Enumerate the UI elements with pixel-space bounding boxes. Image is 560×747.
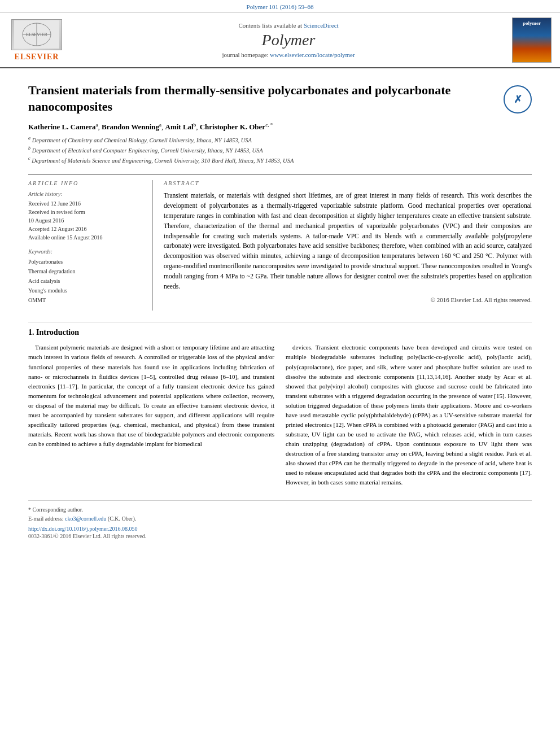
main-content: ✗ Transient materials from thermally-sen… bbox=[0, 68, 560, 548]
homepage-text: journal homepage: bbox=[222, 51, 268, 58]
author-3: Amit Lalb, bbox=[165, 123, 200, 131]
intro-left-col: Transient polymeric materials are design… bbox=[28, 343, 274, 492]
author-2-name: Brandon Wenning bbox=[102, 123, 159, 131]
crossmark-icon: ✗ bbox=[514, 93, 522, 106]
crossmark-badge: ✗ bbox=[504, 85, 532, 113]
author-2: Brandon Wenninga, bbox=[102, 123, 165, 131]
affil-3: c Department of Materials Science and En… bbox=[28, 155, 532, 165]
history-item-4: Available online 15 August 2016 bbox=[28, 233, 143, 242]
elsevier-logo-section: ELSEVIER ELSEVIER bbox=[6, 18, 68, 63]
article-info-abstract: ARTICLE INFO Article history: Received 1… bbox=[28, 174, 532, 311]
affil-3-text: Department of Materials Science and Engi… bbox=[32, 158, 294, 164]
history-item-0: Received 12 June 2016 bbox=[28, 199, 143, 208]
journal-header: ELSEVIER ELSEVIER Contents lists availab… bbox=[0, 13, 560, 68]
affil-3-sup: c bbox=[28, 156, 30, 161]
polymer-thumb-label: polymer bbox=[523, 20, 541, 26]
author-4-name: Christopher K. Ober bbox=[200, 123, 265, 131]
sciencedirect-link[interactable]: ScienceDirect bbox=[304, 22, 339, 29]
intro-right-para: devices. Transient electronic components… bbox=[286, 343, 532, 487]
journal-citation: Polymer 101 (2016) 59–66 bbox=[247, 3, 314, 10]
keyword-2: Acid catalysis bbox=[28, 276, 143, 286]
abstract-column: ABSTRACT Transient materials, or materia… bbox=[164, 180, 532, 311]
body-columns: Transient polymeric materials are design… bbox=[28, 343, 532, 492]
top-bar: Polymer 101 (2016) 59–66 bbox=[0, 0, 560, 13]
email-label: E-mail address: bbox=[28, 516, 63, 522]
article-history: Article history: Received 12 June 2016 R… bbox=[28, 191, 143, 242]
author-3-name: Amit Lal bbox=[165, 123, 194, 131]
history-title: Article history: bbox=[28, 191, 143, 197]
keywords-section: Keywords: Polycarbonates Thermal degrada… bbox=[28, 248, 143, 305]
elsevier-brand-text: ELSEVIER bbox=[15, 53, 59, 62]
homepage-line: journal homepage: www.elsevier.com/locat… bbox=[222, 51, 355, 58]
article-info-label: ARTICLE INFO bbox=[28, 180, 143, 186]
polymer-thumbnail: polymer bbox=[512, 18, 552, 63]
journal-title-section: Contents lists available at ScienceDirec… bbox=[73, 18, 504, 63]
elsevier-logo-image: ELSEVIER bbox=[11, 19, 62, 50]
intro-left-text: Transient polymeric materials are design… bbox=[28, 343, 274, 449]
journal-title-display: Polymer bbox=[262, 31, 316, 49]
author-1: Katherine L. Cameraa, bbox=[28, 123, 102, 131]
history-item-3: Accepted 12 August 2016 bbox=[28, 225, 143, 233]
affil-2-text: Department of Electrical and Computer En… bbox=[32, 147, 263, 153]
doi-line: http://dx.doi.org/10.1016/j.polymer.2016… bbox=[28, 526, 532, 532]
intro-section: 1. Introduction Transient polymeric mate… bbox=[28, 322, 532, 492]
affil-2-sup: b bbox=[28, 146, 30, 151]
affil-1-text: Department of Chemistry and Chemical Bio… bbox=[32, 137, 252, 143]
affiliations: a Department of Chemistry and Chemical B… bbox=[28, 135, 532, 166]
author-1-sup: a bbox=[96, 121, 98, 127]
contents-line: Contents lists available at ScienceDirec… bbox=[238, 22, 338, 29]
intro-right-text: devices. Transient electronic components… bbox=[286, 343, 532, 487]
svg-text:ELSEVIER: ELSEVIER bbox=[26, 32, 47, 37]
affil-1: a Department of Chemistry and Chemical B… bbox=[28, 135, 532, 145]
author-3-sup: b bbox=[194, 121, 196, 127]
paper-title-section: ✗ Transient materials from thermally-sen… bbox=[28, 82, 532, 115]
email-person: (C.K. Ober). bbox=[108, 516, 137, 522]
corresponding-author-note: * Corresponding author. bbox=[28, 505, 532, 514]
affil-1-sup: a bbox=[28, 136, 30, 141]
author-4: Christopher K. Oberc, * bbox=[200, 123, 273, 131]
contents-text: Contents lists available at bbox=[238, 22, 302, 29]
keyword-4: OMMT bbox=[28, 295, 143, 305]
copyright-text: © 2016 Elsevier Ltd. All rights reserved… bbox=[164, 296, 532, 303]
keyword-1: Thermal degradation bbox=[28, 267, 143, 276]
history-item-2: 10 August 2016 bbox=[28, 216, 143, 225]
keywords-title: Keywords: bbox=[28, 248, 143, 255]
footnote-section: * Corresponding author. E-mail address: … bbox=[28, 500, 532, 539]
history-item-1: Received in revised form bbox=[28, 208, 143, 216]
article-info-column: ARTICLE INFO Article history: Received 1… bbox=[28, 180, 152, 311]
journal-thumbnail-section: polymer bbox=[509, 18, 554, 63]
author-4-sup: c, * bbox=[265, 121, 273, 127]
email-line: E-mail address: cko3@cornell.edu (C.K. O… bbox=[28, 514, 532, 523]
intro-right-col: devices. Transient electronic components… bbox=[286, 343, 532, 492]
authors-line: Katherine L. Cameraa, Brandon Wenninga, … bbox=[28, 121, 532, 131]
intro-heading: 1. Introduction bbox=[28, 328, 532, 337]
doi-link[interactable]: http://dx.doi.org/10.1016/j.polymer.2016… bbox=[28, 526, 137, 532]
corresponding-text: * Corresponding author. bbox=[28, 506, 83, 513]
keyword-0: Polycarbonates bbox=[28, 257, 143, 267]
keyword-3: Young's modulus bbox=[28, 286, 143, 295]
author-1-name: Katherine L. Camera bbox=[28, 123, 96, 131]
paper-title: Transient materials from thermally-sensi… bbox=[28, 82, 532, 115]
intro-left-para: Transient polymeric materials are design… bbox=[28, 343, 274, 449]
abstract-label: ABSTRACT bbox=[164, 180, 532, 186]
homepage-link[interactable]: www.elsevier.com/locate/polymer bbox=[270, 51, 355, 58]
author-2-sup: a bbox=[159, 121, 161, 127]
email-link[interactable]: cko3@cornell.edu bbox=[65, 516, 106, 522]
affil-2: b Department of Electrical and Computer … bbox=[28, 145, 532, 155]
issn-line: 0032-3861/© 2016 Elsevier Ltd. All right… bbox=[28, 533, 532, 539]
abstract-text: Transient materials, or materials with d… bbox=[164, 191, 532, 291]
